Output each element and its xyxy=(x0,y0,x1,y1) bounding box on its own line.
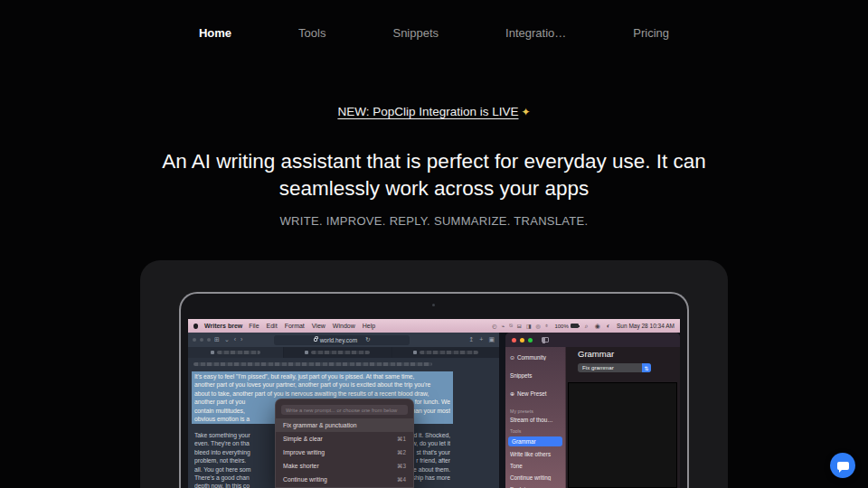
sidebar-item: Snippets xyxy=(510,372,561,379)
nav-link[interactable]: Tools xyxy=(298,26,326,40)
address-url: world.hey.com xyxy=(320,337,357,343)
prompt-menu-label: Continue writing xyxy=(283,476,327,483)
menubar-menu-item: Edit xyxy=(267,323,278,329)
sidebar-item-icon: ⊙ xyxy=(510,355,514,361)
menubar-menu-item: Format xyxy=(285,323,305,329)
sidebar-item-label: Tone xyxy=(510,463,523,469)
sidebar-item: Tone xyxy=(510,463,561,469)
sidebar-item: Continue writing xyxy=(510,474,561,481)
hero-tagline: WRITE. IMPROVE. REPLY. SUMMARIZE. TRANSL… xyxy=(0,214,868,228)
prompt-input xyxy=(281,405,408,415)
nav-link[interactable]: Pricing xyxy=(633,26,669,40)
zoom-icon xyxy=(528,338,533,343)
battery-icon xyxy=(571,324,579,328)
status-icon: ⊟ xyxy=(517,323,522,329)
address-bar: world.hey.com ↻ xyxy=(274,335,410,345)
text-line: another part of you loves your partner, … xyxy=(194,380,450,389)
partial-text-line xyxy=(193,362,432,366)
battery-indicator: 100% xyxy=(554,324,578,329)
toolbar-icon: + xyxy=(479,336,483,343)
tab-favicon xyxy=(305,351,308,354)
menubar-menus: FileEditFormatViewWindowHelp xyxy=(249,323,375,329)
menubar-menu-item: Window xyxy=(333,323,355,329)
status-icon: ◴ xyxy=(492,323,496,329)
sidebar-item-label: Write like others xyxy=(510,451,551,457)
prompt-popup: Fix grammar & punctuation Simple & clear… xyxy=(275,399,414,488)
sidebar-item: Stream of thou… xyxy=(510,417,561,423)
nav-link[interactable]: Snippets xyxy=(392,26,439,40)
status-icon: ⍉ xyxy=(509,323,513,329)
sidebar-item: Tools xyxy=(510,428,561,434)
window-control-dot xyxy=(193,338,196,342)
prompt-menu-label: Improve writing xyxy=(283,449,325,455)
tab-title-blur xyxy=(217,351,259,354)
status-icon: ◎ xyxy=(536,323,541,329)
sidebar-item-label: Tools xyxy=(510,428,521,434)
sidebar-toggle-icon xyxy=(542,337,549,343)
menubar-clock: Sun May 28 10:34 AM xyxy=(617,323,675,329)
announcement-banner: NEW: PopClip Integration is LIVE✦ xyxy=(0,105,868,118)
browser-tab xyxy=(392,347,500,358)
chat-bubble-icon xyxy=(837,462,849,470)
preset-heading: Grammar xyxy=(578,349,614,359)
tab-favicon xyxy=(211,351,214,354)
close-icon xyxy=(512,338,516,343)
reload-icon: ↻ xyxy=(365,336,370,343)
sidebar-item: Grammar xyxy=(508,436,562,446)
prompt-menu-shortcut: ⌘2 xyxy=(397,449,406,455)
menubar-status-icons: ◴⌁⍉⊟◨◎⌽ xyxy=(492,323,548,329)
chat-widget-button[interactable] xyxy=(830,453,855,478)
lock-icon xyxy=(314,338,317,342)
app-text-area xyxy=(568,382,677,488)
preset-dropdown: Fix grammar ⇅ xyxy=(578,363,651,372)
sparkles-icon: ✦ xyxy=(522,106,531,118)
prompt-menu-shortcut: ⌘1 xyxy=(397,436,406,442)
browser-tab-bar xyxy=(188,347,499,358)
toolbar-icon: ▣ xyxy=(488,336,495,343)
menubar-menu-item: Help xyxy=(363,323,375,329)
laptop-screen: Writers brew FileEditFormatViewWindowHel… xyxy=(188,319,680,488)
app-window: ⊙ Community Snippets ⊕ New Preset My pre… xyxy=(505,333,680,488)
browser-toolbar: ⊞⌄‹› world.hey.com ↻ ↥+▣ xyxy=(188,333,499,347)
tab-title-blur xyxy=(420,351,478,354)
app-titlebar xyxy=(505,333,680,347)
page: HomeToolsSnippetsIntegratio…Pricing NEW:… xyxy=(0,0,868,488)
dropdown-stepper-icon: ⇅ xyxy=(642,363,651,372)
sidebar-item-label: Grammar xyxy=(512,438,536,445)
toolbar-icon: ↥ xyxy=(468,336,474,343)
toolbar-icon: › xyxy=(241,336,242,343)
toolbar-icon: ⌄ xyxy=(224,336,230,343)
browser-tab xyxy=(284,347,392,358)
battery-percent: 100% xyxy=(554,324,568,329)
tab-favicon xyxy=(413,351,417,354)
status-icon: ◨ xyxy=(526,323,532,329)
tab-title-blur xyxy=(311,351,370,354)
laptop-camera xyxy=(432,304,435,306)
sidebar-item-label: Snippets xyxy=(510,372,533,379)
user-icon: ◉ xyxy=(595,323,600,330)
toolbar-icon: ‹ xyxy=(234,336,236,343)
desktop-gap xyxy=(499,333,505,488)
status-icon: ⌽ xyxy=(545,323,549,329)
minimize-icon xyxy=(520,338,524,343)
announcement-link[interactable]: NEW: PopClip Integration is LIVE xyxy=(337,105,518,118)
app-sidebar: ⊙ Community Snippets ⊕ New Preset My pre… xyxy=(505,347,566,488)
sidebar-item-icon: ⊕ xyxy=(510,391,514,397)
status-icon: ⌁ xyxy=(502,323,505,329)
window-control-dot xyxy=(200,338,203,342)
siri-icon: ◐ xyxy=(607,323,610,329)
prompt-menu-shortcut: ⌘4 xyxy=(397,476,406,483)
prompt-menu-item: Improve writing ⌘2 xyxy=(276,446,413,459)
apple-menu-icon xyxy=(193,324,198,329)
browser-tab xyxy=(188,347,283,358)
sidebar-item-label: My presets xyxy=(510,408,533,414)
sidebar-item-label: Community xyxy=(517,354,546,361)
text-line: about to take, another part of you is ne… xyxy=(194,389,450,398)
nav-link[interactable]: Home xyxy=(199,26,231,40)
sidebar-item: Write like others xyxy=(510,451,561,457)
prompt-menu-label: Fix grammar & punctuation xyxy=(283,422,357,428)
sidebar-item: ⊙ Community xyxy=(510,354,561,361)
menubar-menu-item: File xyxy=(249,323,259,329)
nav-link[interactable]: Integratio… xyxy=(505,26,566,40)
menubar-menu-item: View xyxy=(312,323,326,329)
